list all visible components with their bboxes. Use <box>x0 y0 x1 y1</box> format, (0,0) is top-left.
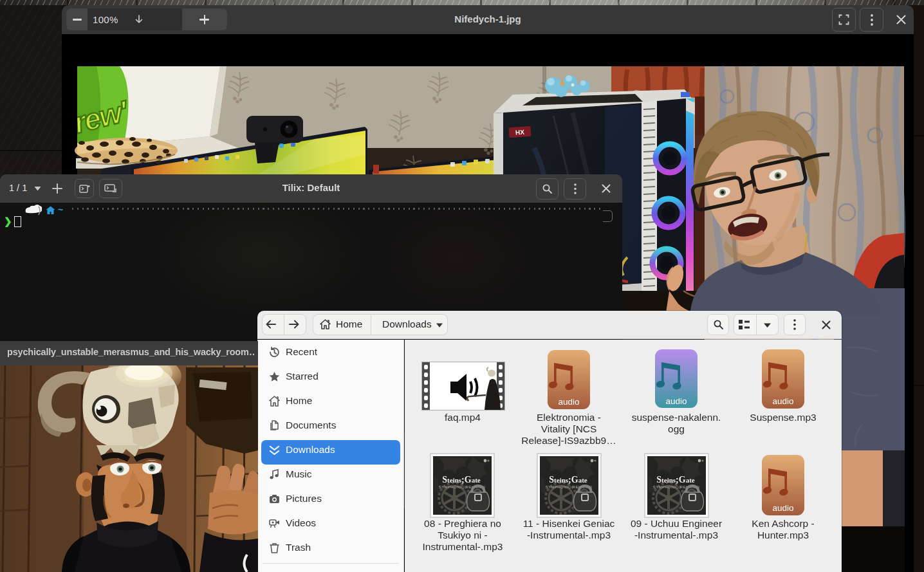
svg-text:HX: HX <box>515 129 525 136</box>
